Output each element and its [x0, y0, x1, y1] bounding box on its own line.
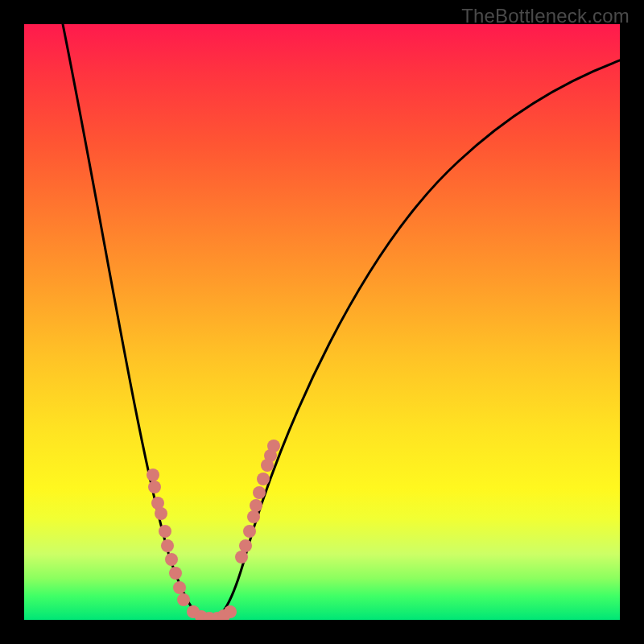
plot-area [24, 24, 620, 620]
data-dot [224, 605, 237, 618]
data-dot [267, 440, 280, 452]
bottleneck-curve [63, 24, 620, 620]
data-dot [165, 553, 178, 566]
data-dot [161, 539, 174, 552]
data-dot [250, 499, 262, 512]
data-dot [148, 481, 161, 493]
data-dot [173, 581, 186, 594]
data-dot [257, 473, 270, 485]
dots-right-cluster [235, 440, 280, 564]
data-dot [159, 525, 171, 538]
data-dot [253, 486, 266, 499]
chart-svg [24, 24, 620, 620]
data-dot [155, 507, 167, 520]
data-dot [243, 525, 256, 538]
watermark-text: TheBottleneck.com [461, 5, 630, 27]
dots-bottom-cluster [187, 605, 237, 620]
data-dot [147, 469, 159, 481]
chart-frame: TheBottleneck.com [0, 0, 644, 644]
data-dot [235, 551, 248, 564]
data-dot [239, 539, 252, 552]
data-dot [247, 510, 260, 523]
dots-left-cluster [147, 469, 190, 606]
data-dot [177, 593, 190, 606]
data-dot [169, 567, 182, 580]
